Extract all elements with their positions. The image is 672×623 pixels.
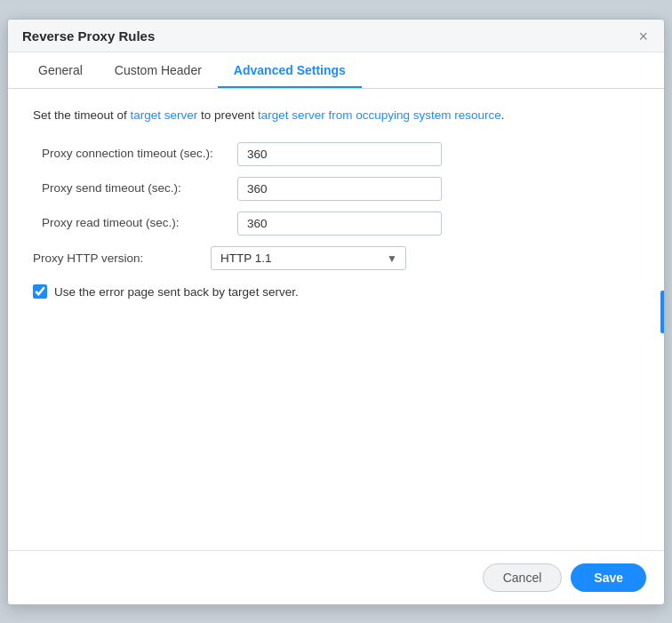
proxy-connection-timeout-label: Proxy connection timeout (sec.): xyxy=(42,146,237,163)
content-area: Set the timeout of target server to prev… xyxy=(8,89,664,550)
http-version-select[interactable]: HTTP 1.1 HTTP 2.0 xyxy=(211,246,406,270)
proxy-connection-timeout-row: Proxy connection timeout (sec.): xyxy=(42,142,639,166)
proxy-send-timeout-row: Proxy send timeout (sec.): xyxy=(42,177,639,201)
tab-custom-header[interactable]: Custom Header xyxy=(99,52,218,88)
description-text: Set the timeout of target server to prev… xyxy=(33,107,639,125)
tab-general[interactable]: General xyxy=(22,52,99,88)
description-period: . xyxy=(501,108,505,122)
tab-bar: General Custom Header Advanced Settings xyxy=(8,52,664,89)
error-page-checkbox-row: Use the error page sent back by target s… xyxy=(33,284,639,299)
tab-advanced-settings[interactable]: Advanced Settings xyxy=(218,52,362,88)
save-button[interactable]: Save xyxy=(571,563,646,592)
form-section: Proxy connection timeout (sec.): Proxy s… xyxy=(42,142,639,236)
close-button[interactable]: × xyxy=(636,28,650,44)
proxy-read-timeout-input[interactable] xyxy=(237,212,442,236)
http-version-label: Proxy HTTP version: xyxy=(33,252,211,265)
http-version-row: Proxy HTTP version: HTTP 1.1 HTTP 2.0 ▼ xyxy=(33,246,639,270)
proxy-connection-timeout-input[interactable] xyxy=(237,142,442,166)
proxy-read-timeout-label: Proxy read timeout (sec.): xyxy=(42,215,237,232)
dialog-footer: Cancel Save xyxy=(8,550,664,604)
description-plain: Set the timeout of xyxy=(33,108,131,122)
description-plain2: to prevent xyxy=(197,108,258,122)
cancel-button[interactable]: Cancel xyxy=(483,563,563,592)
proxy-send-timeout-label: Proxy send timeout (sec.): xyxy=(42,180,237,197)
dialog-reverse-proxy-rules: Reverse Proxy Rules × General Custom Hea… xyxy=(7,19,665,605)
proxy-read-timeout-row: Proxy read timeout (sec.): xyxy=(42,212,639,236)
error-page-checkbox[interactable] xyxy=(33,284,47,299)
description-highlight2: target server from occupying system reso… xyxy=(258,108,501,122)
description-highlight: target server xyxy=(131,108,198,122)
proxy-send-timeout-input[interactable] xyxy=(237,177,442,201)
right-accent-bar xyxy=(660,291,664,333)
http-version-select-wrapper: HTTP 1.1 HTTP 2.0 ▼ xyxy=(211,246,406,270)
dialog-title-bar: Reverse Proxy Rules × xyxy=(8,20,664,52)
dialog-title: Reverse Proxy Rules xyxy=(22,28,155,44)
error-page-label: Use the error page sent back by target s… xyxy=(54,285,299,299)
